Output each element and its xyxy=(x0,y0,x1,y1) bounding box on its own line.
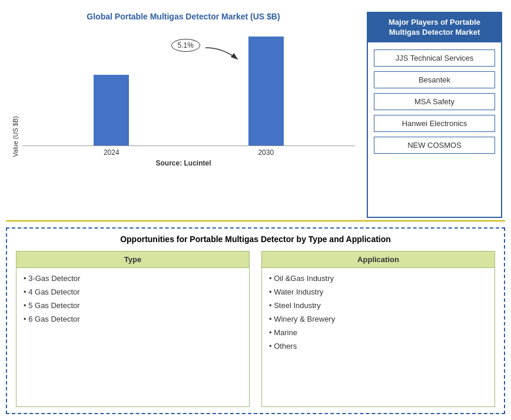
type-item-4: • 6 Gas Detector xyxy=(24,315,242,323)
type-item-1: • 3-Gas Detector xyxy=(24,274,242,283)
top-section: Global Portable Multigas Detector Market… xyxy=(6,6,505,218)
application-items: • Oil &Gas Industry • Water Industry • S… xyxy=(262,268,495,406)
player-item-5: NEW COSMOS xyxy=(374,137,495,154)
source-text: Source: Lucintel xyxy=(155,159,211,167)
type-items: • 3-Gas Detector • 4 Gas Detector • 5 Ga… xyxy=(16,268,249,406)
bar-group-2030 xyxy=(248,37,284,145)
player-item-1: JJS Technical Services xyxy=(374,49,495,67)
app-item-4: • Winery & Brewery xyxy=(269,315,487,323)
application-column: Application • Oil &Gas Industry • Water … xyxy=(261,251,495,407)
players-title: Major Players of Portable Multigas Detec… xyxy=(368,13,501,42)
chart-title: Global Portable Multigas Detector Market… xyxy=(87,12,280,21)
player-item-2: Besantek xyxy=(374,71,495,88)
bars-container xyxy=(22,27,355,145)
x-axis-labels: 2024 2030 xyxy=(22,146,355,157)
type-item-2: • 4 Gas Detector xyxy=(24,287,242,296)
player-item-3: MSA Safety xyxy=(374,93,495,110)
player-item-4: Hanwei Electronics xyxy=(374,115,495,132)
bottom-columns: Type • 3-Gas Detector • 4 Gas Detector •… xyxy=(16,251,495,407)
application-header: Application xyxy=(262,252,495,268)
bar-label-2030: 2030 xyxy=(258,148,274,157)
main-container: Global Portable Multigas Detector Market… xyxy=(0,0,511,420)
type-column: Type • 3-Gas Detector • 4 Gas Detector •… xyxy=(16,251,250,407)
app-item-3: • Steel Industry xyxy=(269,301,487,310)
players-list: JJS Technical Services Besantek MSA Safe… xyxy=(368,42,501,217)
section-divider xyxy=(6,220,505,221)
chart-inner: 5.1% xyxy=(22,27,355,157)
type-item-3: • 5 Gas Detector xyxy=(24,301,242,310)
app-item-1: • Oil &Gas Industry xyxy=(269,274,487,283)
y-axis-label: Value (US $B) xyxy=(12,116,19,157)
bar-2030 xyxy=(248,37,284,145)
opportunities-title: Opportunities for Portable Multigas Dete… xyxy=(16,234,495,244)
chart-wrapper: Value (US $B) 5.1% xyxy=(12,27,355,157)
bar-group-2024 xyxy=(94,75,129,145)
type-header: Type xyxy=(16,252,249,268)
app-item-2: • Water Industry xyxy=(269,287,487,296)
bar-label-2024: 2024 xyxy=(104,148,120,157)
players-panel: Major Players of Portable Multigas Detec… xyxy=(367,12,502,218)
bar-2024 xyxy=(94,75,129,145)
app-item-6: • Others xyxy=(269,342,487,350)
bottom-section: Opportunities for Portable Multigas Dete… xyxy=(6,227,505,414)
chart-area: Global Portable Multigas Detector Market… xyxy=(6,6,361,218)
app-item-5: • Marine xyxy=(269,328,487,337)
